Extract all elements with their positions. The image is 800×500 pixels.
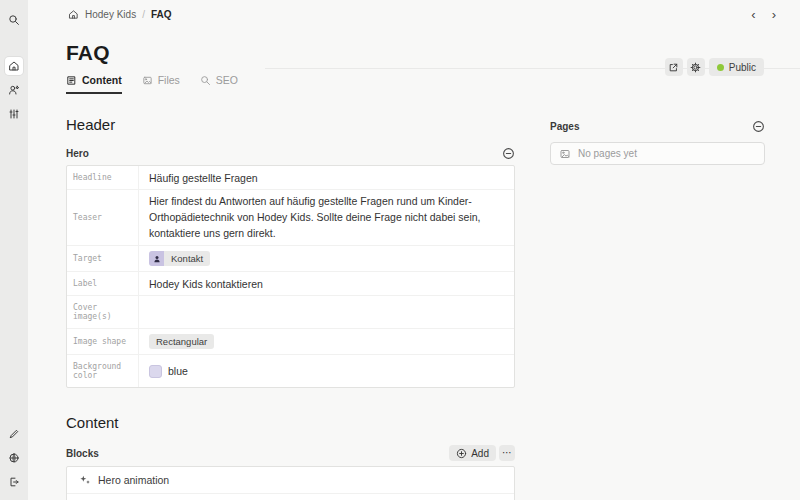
color-swatch[interactable] (149, 365, 162, 378)
tab-files-label: Files (158, 74, 180, 86)
globe-icon[interactable] (5, 449, 23, 467)
field-row-image-shape: Image shape Rectangular (67, 329, 514, 355)
label-input[interactable]: Hodey Kids kontaktieren (139, 272, 514, 295)
users-icon[interactable] (5, 81, 23, 99)
blocks-card: Hero animation Welches Hilfsmittel ist d… (66, 466, 515, 500)
headline-input[interactable]: Häufig gestellte Fragen (139, 166, 514, 189)
sparkles-icon (79, 474, 91, 486)
block-item-hero-animation[interactable]: Hero animation (67, 467, 514, 494)
section-title-content: Content (66, 414, 515, 431)
pages-empty-text: No pages yet (578, 148, 637, 159)
field-label: Headline (67, 166, 139, 189)
breadcrumb-page[interactable]: FAQ (151, 9, 172, 20)
back-arrow-icon[interactable]: ‹ (751, 8, 755, 21)
blocks-more-button[interactable]: ⋯ (499, 445, 515, 461)
tab-seo[interactable]: SEO (200, 74, 238, 94)
page-title: FAQ (66, 41, 762, 65)
hero-collapse-button[interactable] (502, 147, 515, 160)
home-icon[interactable] (5, 57, 23, 75)
image-shape-chip[interactable]: Rectangular (149, 334, 214, 349)
status-badge[interactable]: Public (709, 58, 764, 76)
tab-bar: Content Files SEO (28, 74, 800, 94)
target-chip[interactable]: Kontakt (149, 251, 210, 266)
pages-panel: Pages No pages yet (550, 116, 765, 165)
pencil-icon[interactable] (5, 425, 23, 443)
field-label: Cover image(s) (67, 296, 139, 328)
field-label: Background color (67, 355, 139, 387)
content-tab-icon (66, 75, 77, 86)
breadcrumb-project[interactable]: Hodey Kids (85, 9, 136, 20)
target-chip-label: Kontakt (164, 251, 210, 266)
field-label: Target (67, 246, 139, 271)
field-row-label: Label Hodey Kids kontaktieren (67, 272, 514, 296)
open-external-button[interactable] (665, 58, 683, 76)
logout-icon[interactable] (5, 473, 23, 491)
breadcrumb-home-icon[interactable] (68, 9, 79, 20)
status-label: Public (729, 62, 756, 73)
field-row-background-color: Background color blue (67, 355, 514, 387)
background-color-value[interactable]: blue (168, 365, 188, 377)
field-row-target: Target Kontakt (67, 246, 514, 272)
minus-circle-icon (502, 147, 515, 160)
image-icon (559, 148, 571, 160)
pages-collapse-button[interactable] (752, 120, 765, 133)
topbar: Hodey Kids / FAQ ‹ › (28, 0, 800, 28)
tab-files[interactable]: Files (142, 74, 180, 94)
history-nav: ‹ › (751, 8, 776, 21)
person-icon (152, 254, 162, 264)
blocks-card-label: Blocks (66, 448, 99, 459)
section-title-header: Header (66, 116, 515, 133)
pages-empty-state: No pages yet (550, 142, 765, 165)
status-dot-icon (717, 64, 724, 71)
field-row-cover-images: Cover image(s) (67, 296, 514, 329)
minus-circle-icon (752, 120, 765, 133)
field-label: Image shape (67, 329, 139, 354)
teaser-input[interactable]: Hier findest du Antworten auf häufig ges… (139, 190, 514, 245)
main-area: Hodey Kids / FAQ ‹ › FAQ Public (28, 0, 800, 500)
hero-card-label: Hero (66, 148, 89, 159)
add-block-label: Add (471, 448, 489, 459)
field-label: Label (67, 272, 139, 295)
tab-content-label: Content (82, 74, 122, 86)
field-label: Teaser (67, 190, 139, 245)
settings-gear-button[interactable] (687, 58, 705, 76)
add-block-button[interactable]: Add (449, 445, 496, 461)
page-actions: Public (665, 58, 764, 76)
pages-panel-title: Pages (550, 121, 579, 132)
sidebar (0, 0, 28, 500)
files-tab-icon (142, 75, 153, 86)
hero-card: Headline Häufig gestellte Fragen Teaser … (66, 165, 515, 388)
breadcrumb-separator: / (142, 9, 145, 20)
page-header: FAQ Public (28, 41, 800, 65)
seo-tab-icon (200, 75, 211, 86)
field-row-teaser: Teaser Hier findest du Antworten auf häu… (67, 190, 514, 246)
forward-arrow-icon[interactable]: › (772, 8, 776, 21)
tab-content[interactable]: Content (66, 74, 122, 94)
block-item-label: Hero animation (98, 474, 169, 486)
sliders-icon[interactable] (5, 105, 23, 123)
search-icon[interactable] (5, 11, 23, 29)
breadcrumb: Hodey Kids / FAQ (68, 9, 171, 20)
plus-circle-icon (456, 448, 467, 459)
cover-images-input[interactable] (139, 296, 514, 328)
faq-question-list: Welches Hilfsmittel ist das richtige für… (67, 494, 514, 500)
field-row-headline: Headline Häufig gestellte Fragen (67, 166, 514, 190)
target-avatar (149, 251, 164, 266)
tab-seo-label: SEO (216, 74, 238, 86)
